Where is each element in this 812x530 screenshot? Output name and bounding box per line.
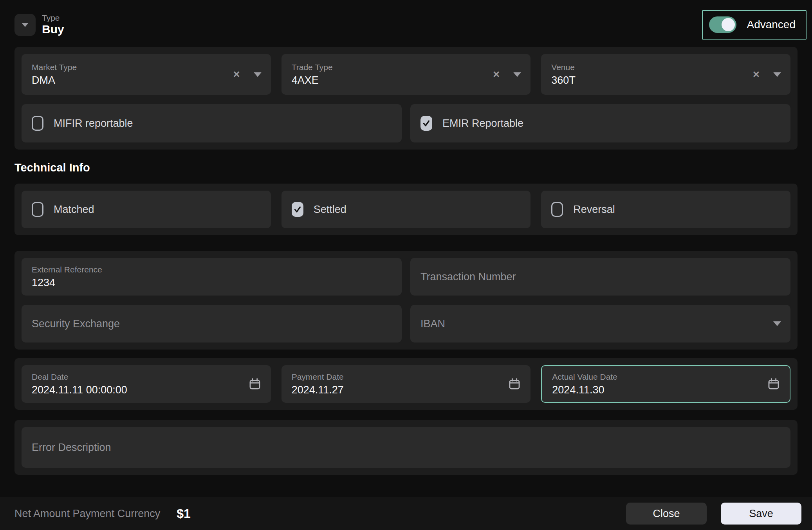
security-exchange-placeholder: Security Exchange (32, 318, 392, 330)
market-type-label: Market Type (32, 63, 261, 72)
save-button[interactable]: Save (721, 503, 801, 525)
matched-checkbox[interactable] (32, 202, 43, 217)
trade-type-value: 4AXE (292, 74, 521, 87)
flags-row: Matched Settled Reversal (22, 191, 790, 228)
advanced-toggle[interactable] (709, 16, 736, 33)
clear-icon[interactable]: ✕ (493, 70, 500, 79)
mifir-label: MIFIR reportable (54, 117, 133, 130)
reversal-label: Reversal (573, 204, 615, 216)
net-amount-group: Net Amount Payment Currency $1 (14, 507, 191, 521)
iban-select[interactable]: IBAN (410, 305, 790, 343)
market-type-value: DMA (32, 74, 261, 87)
clear-icon[interactable]: ✕ (752, 70, 760, 79)
settled-checkbox[interactable] (292, 202, 303, 217)
chevron-down-icon[interactable] (513, 72, 521, 77)
error-panel: Error Description (14, 420, 798, 475)
status-flags-panel: Matched Settled Reversal (14, 184, 798, 235)
venue-value: 360T (551, 74, 780, 87)
actual-value-date-label: Actual Value Date (552, 372, 780, 382)
payment-date-value: 2024.11.27 (292, 384, 521, 396)
footer: Net Amount Payment Currency $1 Close Sav… (0, 497, 812, 530)
calendar-icon[interactable] (248, 377, 262, 391)
chevron-down-icon[interactable] (254, 72, 262, 77)
emir-reportable-checkbox-card[interactable]: EMIR Reportable (410, 104, 790, 142)
checkmark-icon (293, 205, 302, 214)
payment-date-field[interactable]: Payment Date 2024.11.27 (281, 365, 531, 403)
calendar-icon[interactable] (508, 377, 521, 391)
matched-label: Matched (54, 204, 94, 216)
deal-date-value: 2024.11.11 00:00:00 (32, 384, 261, 396)
external-reference-value: 1234 (32, 277, 392, 289)
security-exchange-field[interactable]: Security Exchange (22, 305, 402, 343)
type-display: Type Buy (42, 13, 64, 36)
mifir-checkbox[interactable] (32, 116, 43, 131)
advanced-label: Advanced (747, 18, 796, 31)
type-value: Buy (42, 23, 64, 36)
deal-date-field[interactable]: Deal Date 2024.11.11 00:00:00 (22, 365, 271, 403)
calendar-icon[interactable] (767, 377, 780, 391)
actual-value-date-value: 2024.11.30 (552, 384, 780, 396)
close-button[interactable]: Close (626, 503, 707, 525)
settled-label: Settled (314, 204, 346, 216)
mifir-reportable-checkbox-card[interactable]: MIFIR reportable (22, 104, 402, 142)
transaction-number-field[interactable]: Transaction Number (410, 258, 790, 296)
net-amount-value: $1 (177, 507, 191, 521)
clear-icon[interactable]: ✕ (233, 70, 240, 79)
classification-panel: Market Type DMA ✕ Trade Type 4AXE ✕ Venu… (14, 47, 798, 150)
external-reference-label: External Reference (32, 265, 392, 274)
external-reference-field[interactable]: External Reference 1234 (22, 258, 402, 296)
payment-date-label: Payment Date (292, 372, 521, 382)
technical-info-heading: Technical Info (14, 161, 798, 174)
select-row: Market Type DMA ✕ Trade Type 4AXE ✕ Venu… (22, 54, 790, 95)
emir-checkbox[interactable] (420, 116, 432, 131)
settled-checkbox-card[interactable]: Settled (281, 191, 531, 228)
toggle-knob (722, 18, 735, 31)
actual-value-date-field[interactable]: Actual Value Date 2024.11.30 (541, 365, 790, 403)
trade-type-label: Trade Type (292, 63, 521, 72)
net-amount-label: Net Amount Payment Currency (14, 508, 160, 520)
chevron-down-icon (22, 23, 29, 27)
dates-panel: Deal Date 2024.11.11 00:00:00 Payment Da… (14, 358, 798, 410)
reportable-row: MIFIR reportable EMIR Reportable (22, 104, 790, 142)
chevron-down-icon[interactable] (773, 72, 781, 77)
type-dropdown-button[interactable] (14, 14, 36, 36)
advanced-toggle-group[interactable]: Advanced (702, 10, 807, 40)
error-description-placeholder: Error Description (32, 442, 780, 454)
footer-actions: Close Save (626, 503, 801, 525)
reference-fields-panel: External Reference 1234 Transaction Numb… (14, 251, 798, 350)
venue-label: Venue (551, 63, 780, 72)
matched-checkbox-card[interactable]: Matched (22, 191, 271, 228)
trade-type-select[interactable]: Trade Type 4AXE ✕ (281, 54, 531, 95)
deal-date-label: Deal Date (32, 372, 261, 382)
checkmark-icon (422, 119, 431, 128)
type-selector: Type Buy (14, 13, 64, 36)
iban-placeholder: IBAN (420, 318, 780, 330)
header: Type Buy Advanced (14, 9, 807, 40)
type-label: Type (42, 13, 64, 23)
reversal-checkbox-card[interactable]: Reversal (541, 191, 790, 228)
error-description-field[interactable]: Error Description (22, 427, 790, 468)
market-type-select[interactable]: Market Type DMA ✕ (22, 54, 271, 95)
reversal-checkbox[interactable] (551, 202, 563, 217)
chevron-down-icon[interactable] (773, 321, 781, 326)
transaction-number-placeholder: Transaction Number (420, 271, 780, 283)
emir-label: EMIR Reportable (442, 117, 523, 130)
venue-select[interactable]: Venue 360T ✕ (541, 54, 790, 95)
